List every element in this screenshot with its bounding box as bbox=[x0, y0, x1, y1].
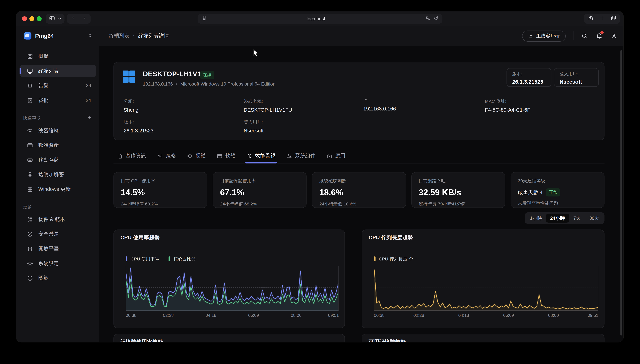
field-label: 終端名稱: bbox=[244, 98, 292, 104]
sidebar-item-approvals[interactable]: 審批24 bbox=[20, 94, 96, 106]
online-status-badge: 在線 bbox=[200, 71, 214, 79]
sidebar-item-label: 系統設定 bbox=[38, 260, 59, 267]
sidebar-toggle-icon[interactable] bbox=[49, 15, 55, 23]
tab-apps[interactable]: 應用 bbox=[326, 149, 345, 163]
stat-footnote: 運行時長 79小時41分鐘 bbox=[419, 201, 498, 207]
sidebar-item-alerts[interactable]: 告警26 bbox=[20, 80, 96, 92]
sidebar-item-leak-tracking[interactable]: 洩密追蹤 bbox=[20, 124, 96, 136]
sidebar-section-title: 更多 bbox=[23, 204, 92, 210]
generate-client-button[interactable]: 生成客戶端 bbox=[522, 30, 566, 42]
legend-label: 核心占比% bbox=[173, 256, 195, 262]
chart-body: CPU 使用率%核心占比%00:3802:2804:1806:0908:0009… bbox=[114, 246, 344, 318]
info-box-value: Nsecsoft bbox=[559, 78, 593, 85]
new-tab-icon[interactable] bbox=[599, 15, 605, 22]
forward-button[interactable] bbox=[79, 15, 90, 22]
sidebar-item-objects-templates[interactable]: 物件 & 範本 bbox=[20, 213, 96, 226]
add-quick-access-button[interactable] bbox=[87, 114, 92, 122]
chart-header: 可用記憶體趨勢 bbox=[362, 334, 604, 342]
minimize-window-button[interactable] bbox=[29, 16, 34, 21]
field-label: 版本: bbox=[124, 119, 153, 125]
tab-actions-group bbox=[584, 14, 620, 24]
sidebar-item-label: 透明加解密 bbox=[38, 171, 64, 178]
host-field: IP:192.168.0.166 bbox=[363, 98, 396, 112]
sidebar-item-label: 概覽 bbox=[38, 53, 49, 60]
search-icon[interactable] bbox=[581, 32, 588, 40]
range-option-24小時[interactable]: 24小時 bbox=[546, 214, 569, 222]
reader-icon[interactable] bbox=[201, 15, 207, 22]
list-template-icon bbox=[27, 216, 33, 222]
legend-item[interactable]: 核心占比% bbox=[169, 256, 195, 262]
sidebar-item-system-settings[interactable]: 系統設定 bbox=[20, 257, 96, 270]
stat-card-network-throughput: 目前網路吞吐32.59 KB/s運行時長 79小時41分鐘 bbox=[411, 172, 505, 208]
field-value: F4-5C-89-A4-C1-6F bbox=[485, 107, 530, 113]
sidebar-item-open-platform[interactable]: 開放平臺 bbox=[20, 242, 96, 255]
brand-area[interactable]: Ping64 bbox=[16, 26, 99, 46]
sidebar-item-label: 洩密追蹤 bbox=[38, 127, 59, 134]
tab-label: 應用 bbox=[335, 152, 345, 160]
tab-policy[interactable]: 策略 bbox=[157, 149, 176, 163]
zoom-window-button[interactable] bbox=[37, 16, 42, 21]
chart-title: CPU 佇列長度趨勢 bbox=[369, 234, 413, 241]
field-label: MAC 位址: bbox=[485, 98, 530, 104]
back-button[interactable] bbox=[68, 15, 79, 22]
sidebar-item-overview[interactable]: 概覽 bbox=[20, 50, 96, 62]
reload-icon bbox=[433, 16, 438, 21]
reload-icon[interactable] bbox=[433, 15, 438, 22]
sidebar-item-windows-update[interactable]: Windows 更新 bbox=[20, 183, 96, 195]
tab-basic-info[interactable]: 基礎資訊 bbox=[117, 149, 146, 163]
translate-icon[interactable] bbox=[425, 15, 431, 22]
range-option-1小時[interactable]: 1小時 bbox=[526, 214, 546, 222]
sidebar-item-transparent-encryption[interactable]: 透明加解密 bbox=[20, 168, 96, 181]
tab-label: 基礎資訊 bbox=[126, 152, 146, 160]
stat-value: 嚴重天數 4 bbox=[518, 189, 543, 196]
history-nav-group bbox=[67, 14, 91, 24]
chevron-down-icon[interactable] bbox=[57, 15, 61, 22]
sidebar-item-label: 終端列表 bbox=[38, 68, 59, 74]
legend-item[interactable]: CPU 佇列長度 个 bbox=[374, 256, 413, 262]
stat-card-advice-level: 30天建議等級嚴重天數 4正常未发现严重性能问题 bbox=[511, 172, 604, 208]
download-icon bbox=[528, 33, 533, 38]
desktop-background: localhost Ping64 終端列表 › 終端列表詳情 bbox=[0, 0, 640, 364]
workspace-switcher-icon[interactable] bbox=[88, 32, 93, 40]
tab-components[interactable]: 系統組件 bbox=[287, 149, 315, 163]
chart-title: 記憶體使用率趨勢 bbox=[120, 338, 163, 342]
stats-row: 目前 CPU 使用率14.5%24小時峰值 69.2%目前記憶體使用率67.1%… bbox=[113, 172, 604, 208]
host-field: MAC 位址:F4-5C-89-A4-C1-6F bbox=[485, 98, 530, 113]
share-icon[interactable] bbox=[588, 15, 593, 22]
tab-overview-icon[interactable] bbox=[611, 15, 616, 22]
host-subtitle: 192.168.0.166•Microsoft Windows 10 Profe… bbox=[143, 82, 275, 86]
detail-tabs: 基礎資訊策略硬體軟體效能監視系統組件應用 bbox=[113, 149, 604, 164]
gear-icon bbox=[27, 260, 33, 266]
legend-item[interactable]: CPU 使用率% bbox=[126, 256, 159, 262]
host-ip: 192.168.0.166 bbox=[143, 82, 173, 86]
legend-label: CPU 使用率% bbox=[131, 256, 159, 262]
sidebar-item-label: 物件 & 範本 bbox=[38, 216, 65, 223]
sidebar-item-removable-storage[interactable]: 移動存儲 bbox=[20, 154, 96, 166]
x-tick-label: 02:28 bbox=[163, 313, 174, 318]
tab-performance[interactable]: 效能監視 bbox=[247, 149, 275, 163]
breadcrumb-current: 終端列表詳情 bbox=[138, 32, 169, 40]
sidebar-item-about[interactable]: 關於 bbox=[20, 272, 96, 284]
breadcrumb-parent[interactable]: 終端列表 bbox=[109, 32, 129, 40]
close-window-button[interactable] bbox=[22, 16, 27, 21]
sidebar-item-label: 關於 bbox=[38, 274, 49, 282]
sidebar-item-security-ops[interactable]: 安全營運 bbox=[20, 228, 96, 240]
sidebar-item-terminal-list[interactable]: 終端列表 bbox=[20, 65, 96, 77]
generate-client-label: 生成客戶端 bbox=[536, 33, 560, 39]
x-tick-label: 09:51 bbox=[328, 313, 339, 318]
url-bar[interactable]: localhost bbox=[197, 14, 442, 24]
tab-software[interactable]: 軟體 bbox=[217, 149, 236, 163]
range-option-30天[interactable]: 30天 bbox=[585, 214, 603, 222]
sidebar-item-software-assets[interactable]: 軟體資產 bbox=[20, 139, 96, 151]
stat-footnote: 24小時峰值 68.2% bbox=[220, 201, 299, 207]
app-window-icon bbox=[217, 153, 223, 159]
range-option-7天[interactable]: 7天 bbox=[569, 214, 585, 222]
share-icon bbox=[588, 15, 593, 21]
chevron-down-icon bbox=[57, 17, 61, 21]
page-scrollbar[interactable] bbox=[620, 50, 622, 336]
field-label: IP: bbox=[363, 98, 396, 103]
notifications-bell-icon[interactable] bbox=[595, 32, 603, 40]
shield-lock-icon bbox=[27, 172, 33, 178]
user-avatar-icon[interactable] bbox=[610, 32, 617, 40]
tab-hardware[interactable]: 硬體 bbox=[187, 149, 206, 163]
